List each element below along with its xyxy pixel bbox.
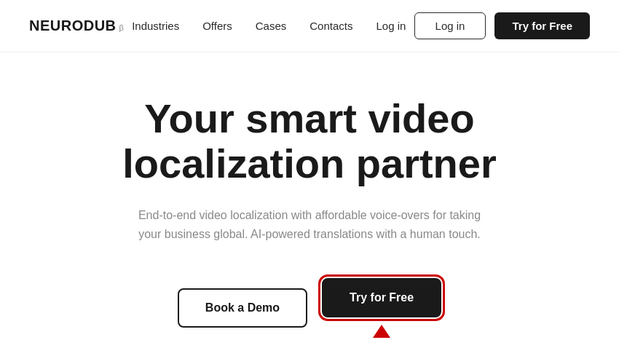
hero-section: Your smart video localization partner En… [0,52,619,364]
hero-title: Your smart video localization partner [122,96,496,186]
hero-title-line1: Your smart video [144,95,474,141]
arrow-up-icon [373,325,390,338]
hero-title-line2: localization partner [122,141,496,186]
nav-cases[interactable]: Cases [256,20,287,32]
logo-area: NEURODUB β [29,17,124,34]
nav-actions: Log in Try for Free [414,12,590,39]
hero-subtitle: End-to-end video localization with affor… [135,206,484,243]
nav-login-link[interactable]: Log in [376,20,406,32]
beta-badge: β [119,23,124,32]
nav-links: Industries Offers Cases Contacts Log in [132,20,406,32]
nav-industries[interactable]: Industries [132,20,179,32]
nav-offers[interactable]: Offers [202,20,232,32]
book-demo-button[interactable]: Book a Demo [178,288,307,328]
nav-contacts[interactable]: Contacts [310,20,352,32]
hero-cta-buttons: Book a Demo Try for Free [178,278,441,338]
arrow-indicator [373,325,390,338]
navbar: NEURODUB β Industries Offers Cases Conta… [0,0,619,52]
login-button[interactable]: Log in [414,12,486,39]
try-for-free-nav-button[interactable]: Try for Free [494,12,590,39]
try-for-free-hero-button[interactable]: Try for Free [322,278,441,317]
logo: NEURODUB [29,17,117,34]
try-for-free-wrapper: Try for Free [322,278,441,338]
